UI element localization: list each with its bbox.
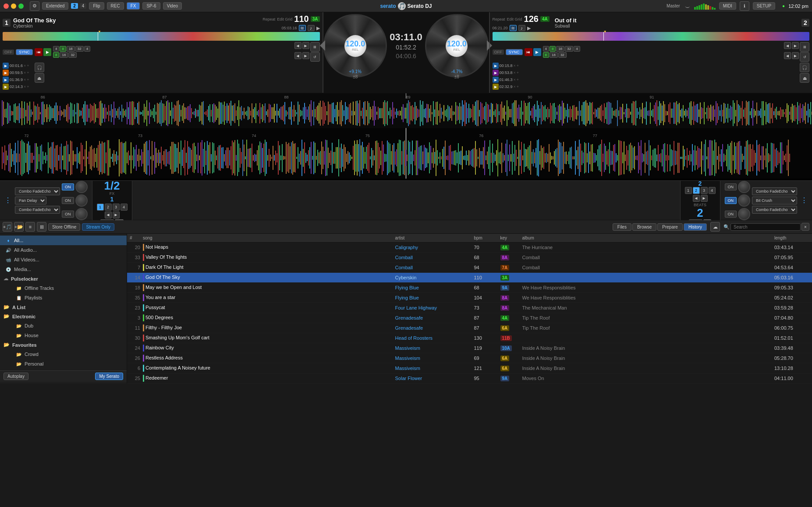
deck-1-wave-btn[interactable]: ≋ <box>299 25 306 31</box>
hc-1-3[interactable]: ▶ <box>3 77 9 83</box>
table-row[interactable]: 14 God Of The Sky Cyberskin 110 3A 05:03… <box>127 273 812 283</box>
deck-2-headphone[interactable]: 🎧 <box>800 63 809 72</box>
d2-hc-x-3[interactable]: × <box>514 77 516 82</box>
sidebar-item-media[interactable]: 💿 Media... <box>0 264 127 274</box>
list-view-btn[interactable]: ≡ <box>25 222 35 232</box>
d2-hc-2[interactable]: ▶ <box>493 70 499 76</box>
fx-right-dropdown-2[interactable]: Bit Crush <box>752 197 797 204</box>
d2-hc-3[interactable]: ▶ <box>493 77 499 83</box>
d2-loop-4[interactable]: 4 <box>543 46 549 52</box>
store-offline-btn[interactable]: Store Offline <box>48 223 80 231</box>
close-btn[interactable] <box>4 4 9 9</box>
d2-loop-32-1[interactable]: 32 <box>565 46 573 52</box>
table-row[interactable]: 24 Rainbow City Massiveism 119 10A Insid… <box>127 343 812 353</box>
d2-hc-4[interactable]: ▶ <box>493 84 499 90</box>
fx-l-on-1[interactable]: ON <box>62 183 74 190</box>
fx-r-on-2[interactable]: ON <box>725 197 737 204</box>
deck-1-eject[interactable]: ⏏ <box>35 73 44 83</box>
setup-btn[interactable]: SETUP <box>753 2 775 10</box>
fx-left-ellipsis[interactable]: ⋮ <box>3 196 13 204</box>
table-row[interactable]: 11 Filthy - Filthy Joe Grenadesafe 87 6A… <box>127 323 812 333</box>
d2-hc-plus-3[interactable]: + <box>517 77 519 82</box>
fx-r-on-3[interactable]: ON <box>725 211 737 218</box>
table-row[interactable]: 3 500 Degrees Grenadesafe 87 4A Tip The … <box>127 313 812 323</box>
deck-1-loop-icon[interactable]: ↺ <box>310 52 320 62</box>
table-row[interactable]: 30 Smashing Up Mom's Golf cart Head of R… <box>127 333 812 343</box>
col-key[interactable]: key <box>500 236 522 240</box>
loop-4[interactable]: 4 <box>53 46 59 52</box>
table-row[interactable]: 7 Dark Of The Light Comball 94 7A Combal… <box>127 263 812 273</box>
table-row[interactable]: 23 Pussycat Four Lane Highway 73 8A The … <box>127 303 812 313</box>
table-row[interactable]: 33 Valley Of The lights Comball 68 8A Co… <box>127 253 812 263</box>
fx1-btn-2[interactable]: 2 <box>105 204 112 211</box>
fx-l-knob-3[interactable] <box>75 208 88 220</box>
deck-2-left-arr[interactable]: ◄ <box>784 42 791 49</box>
fx-left-dropdown-3[interactable]: Combo FadeEcho <box>15 206 60 214</box>
fx-right-dropdown-1[interactable]: Combo FadeEcho <box>752 187 797 195</box>
deck-2-sync[interactable]: SYNC <box>506 49 523 55</box>
hc-x-1[interactable]: × <box>24 63 26 68</box>
loop-32-2[interactable]: 32 <box>68 52 77 58</box>
table-row[interactable]: 26 Restless Address Massiveism 69 6A Ins… <box>127 353 812 363</box>
sidebar-a-list[interactable]: 📂 A List <box>0 303 127 312</box>
fx-l-knob-1[interactable] <box>75 181 88 193</box>
video-btn[interactable]: Video <box>163 2 182 10</box>
flip-btn[interactable]: Flip <box>89 2 104 10</box>
table-row[interactable]: 35 You are a star Flying Blue 104 8A We … <box>127 293 812 303</box>
waveform-bottom[interactable]: 72 73 74 75 76 77 <box>0 128 812 179</box>
sidebar-item-dub[interactable]: 📂 Dub <box>7 321 127 331</box>
fx-r-knob-2[interactable] <box>738 194 750 207</box>
deck-1-note-btn[interactable]: ♪ <box>308 25 315 31</box>
d2-loop-8-2[interactable]: 8 <box>543 52 549 58</box>
col-length[interactable]: length <box>774 236 809 240</box>
fx-left-dropdown-1[interactable]: Combo FadeEcho <box>15 187 60 195</box>
d2-loop-32-2[interactable]: 32 <box>558 52 567 58</box>
fx-right-ellipsis[interactable]: ⋮ <box>799 196 809 204</box>
deck-1-left-arr2[interactable]: ◄ <box>294 52 301 59</box>
deck-2-loop-icon[interactable]: ↺ <box>800 52 809 62</box>
table-row[interactable]: 20 Not Heaps Caligraphy 70 4A The Hurric… <box>127 243 812 253</box>
sidebar-favourites[interactable]: 📂 Favourites <box>0 340 127 349</box>
fx-l-on-2[interactable]: ON <box>62 197 74 204</box>
deck-2-note-btn[interactable]: ♪ <box>518 25 525 31</box>
fx1-arr-left[interactable]: ◄ <box>105 211 112 218</box>
turntable-disc-right[interactable]: 120.0 REL <box>425 14 489 77</box>
sidebar-electronic[interactable]: 📂 Electronic <box>0 312 127 321</box>
deck-2-right-arr[interactable]: ► <box>792 42 799 49</box>
fx2-arr-left[interactable]: ◄ <box>693 195 700 202</box>
mode-dropdown[interactable]: Extended <box>42 2 68 10</box>
sidebar-item-all-audio[interactable]: 🔊 All Audio... <box>0 245 127 255</box>
fx2-btn-1[interactable]: 1 <box>685 187 692 194</box>
fx-btn[interactable]: FX <box>127 2 140 10</box>
add-folder-btn[interactable]: +📂 <box>14 222 24 232</box>
col-album[interactable]: album <box>522 236 775 240</box>
hc-1-2[interactable]: ▶ <box>3 70 9 76</box>
deck-2-grid-icon[interactable]: ⊞ <box>800 42 809 52</box>
fx-r-knob-3[interactable] <box>738 208 750 220</box>
hc-plus-4[interactable]: + <box>27 84 29 89</box>
d2-hc-1[interactable]: ▶ <box>493 63 499 69</box>
info-btn[interactable]: ℹ <box>740 1 749 11</box>
deck-1-sync[interactable]: SYNC <box>16 49 33 55</box>
hc-plus-2[interactable]: + <box>27 70 29 75</box>
deck-2-wave-btn[interactable]: ≋ <box>510 25 517 31</box>
fx-r-on-1[interactable]: ON <box>725 183 737 190</box>
deck-1-arr-btn[interactable]: ▶ <box>316 25 320 31</box>
fx2-arr-right[interactable]: ► <box>701 195 708 202</box>
sidebar-item-offline[interactable]: 📁 Offline Tracks <box>7 283 127 293</box>
waveform-top[interactable]: 86 87 88 89 90 91 <box>0 93 812 128</box>
fx-l-knob-2[interactable] <box>75 194 88 207</box>
loop-32-1[interactable]: 32 <box>75 46 84 52</box>
sidebar-item-personal[interactable]: 📂 Personal <box>7 359 127 369</box>
minimize-btn[interactable] <box>11 4 16 9</box>
deck-1-cue-btn[interactable]: ⏮ <box>35 48 43 56</box>
d2-loop-16[interactable]: 16 <box>556 46 564 52</box>
fx-right-dropdown-3[interactable]: Combo FadeEcho <box>752 206 797 214</box>
sidebar-item-house[interactable]: 📂 House <box>7 331 127 340</box>
my-serato-btn[interactable]: My Serato <box>95 373 123 380</box>
fx1-arr-right[interactable]: ► <box>113 211 120 218</box>
deck-1-play-btn[interactable]: ▶ <box>43 48 51 56</box>
deck-2-arr-btn[interactable]: ▶ <box>527 25 531 31</box>
fx-r-knob-1[interactable] <box>738 181 750 193</box>
deck-2-right-arr2[interactable]: ► <box>792 52 799 59</box>
